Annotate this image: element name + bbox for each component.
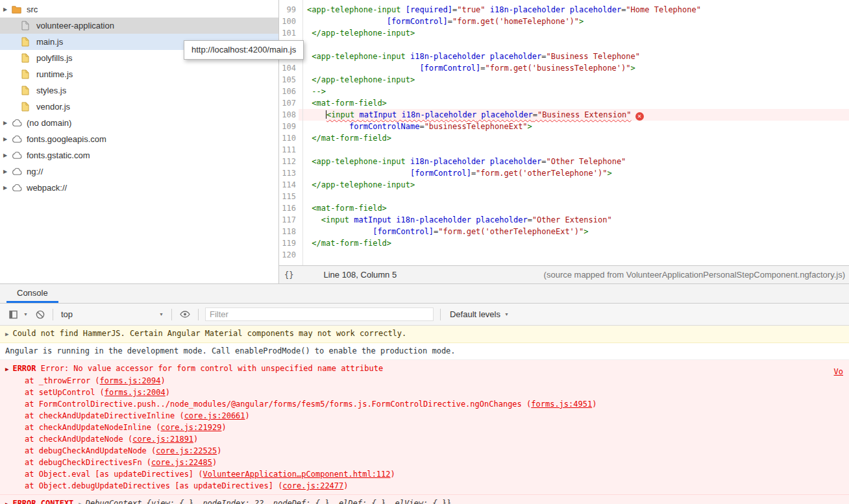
source-location-link[interactable]: forms.js:2094 [100, 376, 161, 385]
expand-triangle-icon[interactable]: ▶ [5, 498, 8, 504]
sidebar-item-runtime-js[interactable]: runtime.js [0, 66, 278, 82]
code-text[interactable]: --> [299, 86, 849, 97]
disclosure-arrow-icon[interactable]: ▶ [3, 152, 12, 158]
log-levels-dropdown[interactable]: Default levels ▼ [445, 309, 514, 319]
clear-console-button[interactable] [36, 310, 45, 319]
line-number[interactable]: 104 [279, 62, 299, 74]
code-text[interactable] [299, 144, 849, 156]
error-marker-icon: ✕ [635, 112, 644, 121]
line-number[interactable]: 114 [279, 179, 299, 191]
disclosure-arrow-icon[interactable]: ▶ [3, 136, 12, 142]
stack-frame: at checkAndUpdateNode (core.js:21891) [5, 433, 844, 445]
line-number[interactable]: 100 [279, 16, 299, 27]
code-text[interactable]: </mat-form-field> [299, 132, 849, 144]
code-text[interactable]: [formControl]="form.get('homeTelephone')… [299, 16, 849, 27]
line-number[interactable]: 115 [279, 191, 299, 202]
source-location-link[interactable]: core.js:20661 [184, 411, 245, 420]
expand-triangle-icon[interactable]: ▶ [79, 498, 82, 504]
code-text[interactable]: </mat-form-field> [299, 237, 849, 249]
sidebar-item-fonts-gstatic-com[interactable]: ▶fonts.gstatic.com [0, 147, 278, 163]
stack-text: ) [592, 400, 597, 409]
frame-context-selector[interactable]: top ▼ [57, 309, 167, 319]
disclosure-arrow-icon[interactable]: ▶ [3, 185, 12, 191]
sidebar-item-src[interactable]: ▶src [0, 1, 278, 18]
source-location-link[interactable]: forms.js:4951 [531, 400, 592, 409]
sidebar-item-webpack[interactable]: ▶webpack:// [0, 180, 278, 196]
code-text[interactable]: <mat-form-field> [299, 97, 849, 109]
disclosure-arrow-icon[interactable]: ▶ [3, 120, 12, 126]
line-number[interactable]: 120 [279, 249, 299, 261]
line-number[interactable]: 99 [279, 4, 299, 16]
code-text[interactable] [299, 39, 849, 51]
line-number[interactable]: 112 [279, 156, 299, 167]
filter-input[interactable] [205, 307, 434, 321]
pretty-print-button[interactable]: {} [284, 270, 293, 280]
stack-text: ) [221, 423, 226, 432]
code-text[interactable]: <app-telephone-input i18n-placeholder pl… [299, 51, 849, 62]
code-text[interactable]: <mat-form-field> [299, 202, 849, 214]
code-text[interactable]: <input matInput i18n-placeholder placeho… [299, 109, 849, 121]
line-number[interactable]: 107 [279, 97, 299, 109]
disclosure-arrow-icon[interactable]: ▶ [3, 6, 12, 12]
line-number[interactable]: 113 [279, 167, 299, 179]
console-messages: ▶Could not find HammerJS. Certain Angula… [0, 326, 849, 504]
line-number[interactable]: 111 [279, 144, 299, 156]
code-text[interactable]: <input matInput i18n-placeholder placeho… [299, 214, 849, 226]
code-line: 108 <input matInput i18n-placeholder pla… [279, 109, 849, 121]
sidebar-item-no-domain[interactable]: ▶(no domain) [0, 115, 278, 131]
cloud-icon [12, 168, 24, 175]
line-number[interactable]: 109 [279, 121, 299, 132]
code-text[interactable] [299, 249, 849, 261]
source-location-link[interactable]: core.js:22525 [156, 446, 217, 455]
stack-text: at debugCheckAndUpdateNode ( [25, 446, 156, 455]
code-text[interactable]: formControlName="businessTelephoneExt"> [299, 121, 849, 132]
line-number[interactable]: 108 [279, 109, 299, 121]
stack-text: ) [245, 411, 250, 420]
code-text[interactable]: </app-telephone-input> [299, 27, 849, 39]
code-token: > [584, 227, 588, 236]
code-text[interactable]: </app-telephone-input> [299, 179, 849, 191]
sidebar-item-label: fonts.gstatic.com [27, 150, 90, 160]
sidebar-item-volunteer-application[interactable]: volunteer-application [0, 18, 278, 34]
tab-console[interactable]: Console [6, 284, 58, 303]
code-token: > [607, 169, 611, 178]
disclosure-arrow-icon[interactable]: ▶ [3, 169, 12, 174]
source-location-link[interactable]: Vo [834, 366, 843, 378]
code-text[interactable]: <app-telephone-input i18n-placeholder pl… [299, 156, 849, 167]
source-location-link[interactable]: core.js:21891 [132, 435, 193, 444]
code-token: = [533, 110, 537, 119]
code-line: 103 <app-telephone-input i18n-placeholde… [279, 51, 849, 62]
console-sidebar-toggle-button[interactable]: ▼ [9, 310, 28, 319]
source-location-link[interactable]: core.js:21929 [161, 423, 222, 432]
sidebar-item-styles-js[interactable]: styles.js [0, 82, 278, 99]
line-number[interactable]: 116 [279, 202, 299, 214]
line-number[interactable]: 117 [279, 214, 299, 226]
source-location-link[interactable]: core.js:22477 [282, 481, 343, 490]
line-number[interactable]: 106 [279, 86, 299, 97]
code-text[interactable]: [formControl]="form.get('otherTelephone'… [299, 167, 849, 179]
code-text[interactable]: <app-telephone-input [required]="true" i… [299, 4, 849, 16]
code-text[interactable]: [formControl]="form.get('businessTelepho… [299, 62, 849, 74]
code-area[interactable]: 99<app-telephone-input [required]="true"… [279, 0, 849, 265]
code-text[interactable]: [formControl]="form.get('otherTelephoneE… [299, 226, 849, 237]
source-location-link[interactable]: forms.js:2004 [105, 388, 166, 397]
line-number[interactable]: 119 [279, 237, 299, 249]
source-location-link[interactable]: core.js:22485 [151, 458, 212, 467]
line-number[interactable]: 101 [279, 27, 299, 39]
code-token: matInput [354, 215, 391, 224]
code-text[interactable]: </app-telephone-input> [299, 74, 849, 86]
code-text[interactable] [299, 191, 849, 202]
sidebar-item-ng[interactable]: ▶ng:// [0, 163, 278, 180]
sidebar-item-vendor-js[interactable]: vendor.js [0, 99, 278, 115]
expand-triangle-icon[interactable]: ▶ [5, 363, 8, 375]
cursor-position-label: Line 108, Column 5 [323, 270, 397, 280]
line-number[interactable]: 118 [279, 226, 299, 237]
expand-triangle-icon[interactable]: ▶ [5, 329, 8, 340]
source-location-link[interactable]: VolunteerApplication…pComponent.html:112 [203, 470, 391, 479]
code-line: 114 </app-telephone-input> [279, 179, 849, 191]
line-number[interactable]: 110 [279, 132, 299, 144]
live-expression-button[interactable] [180, 311, 190, 318]
toolbar-divider [53, 309, 53, 320]
sidebar-item-fonts-googleapis-com[interactable]: ▶fonts.googleapis.com [0, 131, 278, 147]
line-number[interactable]: 105 [279, 74, 299, 86]
